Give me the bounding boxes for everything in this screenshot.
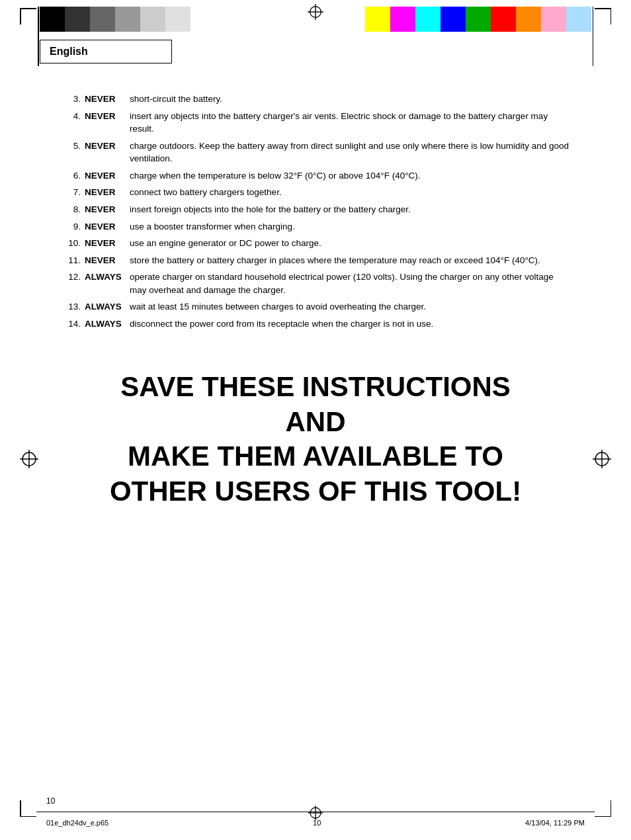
item-keyword: NEVER: [85, 203, 130, 216]
save-line1: SAVE THESE INSTRUCTIONS: [99, 370, 532, 405]
item-number: 8.: [60, 203, 85, 216]
item-text: charge when the temperature is below 32°…: [130, 169, 571, 183]
item-text: use a booster transformer when charging.: [130, 220, 571, 233]
swatch-magenta: [390, 7, 415, 32]
footer-left-text: 01e_dh24dv_e.p65: [46, 819, 108, 827]
page-number-top: 10: [46, 796, 55, 806]
item-number: 4.: [60, 110, 85, 136]
footer-right-text: 4/13/04, 11:29 PM: [525, 819, 585, 827]
left-side-line: [38, 7, 39, 66]
right-side-line: [593, 7, 594, 66]
item-number: 5.: [60, 140, 85, 165]
item-keyword: NEVER: [85, 93, 130, 106]
item-number: 7.: [60, 186, 85, 199]
list-item: 11. NEVER store the battery or battery c…: [60, 254, 571, 267]
item-text: charge outdoors. Keep the battery away f…: [130, 140, 571, 165]
list-item: 10. NEVER use an engine generator or DC …: [60, 237, 571, 250]
item-keyword: NEVER: [85, 254, 130, 267]
language-label: English: [50, 46, 88, 57]
instructions-list: 3. NEVER short-circuit the battery. 4. N…: [60, 93, 571, 330]
reg-mark-footer: [308, 806, 323, 821]
swatch-lighter-gray: [140, 7, 165, 32]
list-item: 3. NEVER short-circuit the battery.: [60, 93, 571, 106]
item-number: 13.: [60, 300, 85, 314]
item-text: insert any objects into the battery char…: [130, 110, 571, 136]
save-title: SAVE THESE INSTRUCTIONS AND MAKE THEM AV…: [99, 370, 532, 509]
list-item: 8. NEVER insert foreign objects into the…: [60, 203, 571, 216]
item-text: connect two battery chargers together.: [130, 186, 571, 199]
list-item: 14. ALWAYS disconnect the power cord fro…: [60, 317, 571, 331]
item-text: wait at least 15 minutes between charges…: [130, 300, 571, 314]
main-content: 3. NEVER short-circuit the battery. 4. N…: [0, 79, 631, 522]
swatch-red: [491, 7, 516, 32]
save-line4: OTHER USERS OF THIS TOOL!: [99, 474, 532, 509]
swatch-yellow: [365, 7, 390, 32]
header-area: English: [0, 0, 631, 73]
crop-mark-bl-v: [20, 800, 21, 817]
list-item: 7. NEVER connect two battery chargers to…: [60, 186, 571, 199]
color-bar-left: [40, 7, 190, 32]
item-text: disconnect the power cord from its recep…: [130, 317, 571, 331]
crop-mark-bl-h: [20, 816, 36, 818]
item-text: short-circuit the battery.: [130, 93, 571, 106]
save-line2: AND: [99, 405, 532, 440]
list-item: 12. ALWAYS operate charger on standard h…: [60, 271, 571, 296]
item-keyword: NEVER: [85, 186, 130, 199]
reg-mark-left: [20, 450, 38, 470]
item-text: store the battery or battery charger in …: [130, 254, 571, 267]
swatch-black: [40, 7, 65, 32]
item-keyword: NEVER: [85, 110, 130, 136]
item-text: insert foreign objects into the hole for…: [130, 203, 571, 216]
reg-mark-top-center: [308, 4, 323, 22]
swatch-mid-gray: [90, 7, 115, 32]
item-keyword: ALWAYS: [85, 300, 130, 314]
save-section: SAVE THESE INSTRUCTIONS AND MAKE THEM AV…: [60, 370, 571, 509]
swatch-lightest-gray: [165, 7, 190, 32]
color-bar-right: [365, 7, 591, 32]
english-label-box: English: [40, 40, 172, 63]
item-number: 11.: [60, 254, 85, 267]
item-number: 9.: [60, 220, 85, 233]
save-line3: MAKE THEM AVAILABLE TO: [99, 439, 532, 474]
item-text: operate charger on standard household el…: [130, 271, 571, 296]
list-item: 9. NEVER use a booster transformer when …: [60, 220, 571, 233]
swatch-green: [466, 7, 491, 32]
item-number: 3.: [60, 93, 85, 106]
page: English 3. NEVER short-circuit the batte…: [0, 0, 631, 840]
item-number: 10.: [60, 237, 85, 250]
swatch-cyan: [415, 7, 441, 32]
item-number: 14.: [60, 317, 85, 331]
swatch-orange: [516, 7, 541, 32]
item-keyword: NEVER: [85, 220, 130, 233]
swatch-light-gray: [115, 7, 140, 32]
crop-mark-br-h: [595, 816, 611, 818]
reg-mark-right: [593, 450, 611, 470]
footer-content: 01e_dh24dv_e.p65 10 4/13/04, 11:29 PM: [46, 819, 585, 827]
list-item: 6. NEVER charge when the temperature is …: [60, 169, 571, 183]
list-item: 13. ALWAYS wait at least 15 minutes betw…: [60, 300, 571, 314]
item-number: 12.: [60, 271, 85, 296]
item-text: use an engine generator or DC power to c…: [130, 237, 571, 250]
item-keyword: NEVER: [85, 237, 130, 250]
item-keyword: NEVER: [85, 169, 130, 183]
item-keyword: ALWAYS: [85, 317, 130, 331]
crop-mark-br-v: [610, 800, 612, 817]
swatch-blue: [441, 7, 466, 32]
item-keyword: ALWAYS: [85, 271, 130, 296]
list-item: 4. NEVER insert any objects into the bat…: [60, 110, 571, 136]
item-keyword: NEVER: [85, 140, 130, 165]
swatch-pink: [541, 7, 566, 32]
swatch-dark-gray: [65, 7, 90, 32]
list-item: 5. NEVER charge outdoors. Keep the batte…: [60, 140, 571, 165]
swatch-light-blue: [566, 7, 591, 32]
item-number: 6.: [60, 169, 85, 183]
